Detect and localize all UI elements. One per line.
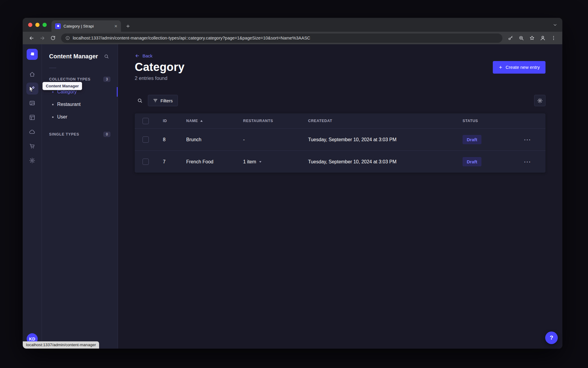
minimize-window-button[interactable] (35, 23, 40, 27)
bullet-icon (52, 104, 54, 105)
search-icon (137, 98, 143, 103)
browser-tab-strip: Category | Strapi × (23, 18, 562, 32)
row-checkbox[interactable] (143, 136, 149, 143)
cloud-icon (29, 129, 35, 135)
arrow-left-icon (135, 53, 140, 58)
row-actions-kebab-icon[interactable]: ⋯ (524, 136, 531, 143)
list-search-button[interactable] (135, 95, 145, 106)
content-manager-tooltip: Content Manager (43, 82, 82, 90)
back-label: Back (143, 53, 152, 58)
fullscreen-window-button[interactable] (43, 23, 47, 27)
search-icon (104, 54, 109, 59)
column-header-id[interactable]: ID (157, 119, 181, 123)
settings-gear-icon (29, 157, 35, 164)
nav-marketplace-button[interactable] (26, 140, 38, 152)
strapi-logo[interactable] (27, 49, 38, 60)
column-header-name[interactable]: NAME (181, 119, 238, 123)
filters-button[interactable]: Filters (148, 95, 178, 106)
row-checkbox[interactable] (143, 159, 149, 165)
tab-close-icon[interactable]: × (114, 24, 117, 29)
collection-types-count-badge: 3 (103, 77, 110, 82)
status-badge: Draft (463, 135, 481, 144)
link-target-status-bubble: localhost:1337/admin/content-manager (23, 341, 99, 349)
entries-count-text: 2 entries found (135, 75, 545, 81)
back-link[interactable]: Back (135, 53, 152, 58)
entries-table: ID NAME RESTAURANTS CREATEDAT STATUS (135, 113, 545, 173)
marketplace-cart-icon (29, 143, 35, 149)
media-library-icon (29, 100, 35, 106)
cell-name: French Food (181, 159, 238, 165)
sidebar-item-user[interactable]: User (42, 111, 118, 123)
sidebar-search-button[interactable] (102, 52, 110, 60)
nav-deploy-button[interactable] (26, 126, 38, 138)
column-header-createdat[interactable]: CREATEDAT (303, 119, 463, 123)
sidebar-item-restaurant[interactable]: Restaurant (42, 98, 118, 111)
nav-media-library-button[interactable] (26, 97, 38, 109)
view-settings-button[interactable] (534, 95, 545, 106)
create-new-entry-label: Create new entry (506, 65, 540, 70)
page-info-icon[interactable] (65, 36, 70, 40)
cell-restaurants[interactable]: 1 item (238, 159, 303, 165)
tab-search-chevron-icon[interactable] (553, 22, 557, 27)
browser-tab[interactable]: Category | Strapi × (51, 20, 121, 32)
nav-settings-button[interactable] (26, 154, 38, 166)
new-tab-button[interactable] (123, 21, 133, 31)
browser-profile-icon[interactable] (538, 33, 548, 43)
nav-content-type-builder-button[interactable] (26, 111, 38, 123)
browser-back-button[interactable] (26, 33, 37, 43)
column-header-restaurants[interactable]: RESTAURANTS (238, 119, 303, 123)
table-row[interactable]: 8 Brunch - Tuesday, September 10, 2024 a… (135, 128, 545, 150)
plus-icon (498, 65, 503, 69)
main-content: Back Category Create new entry 2 entries… (118, 44, 562, 349)
bullet-icon (52, 91, 54, 93)
password-key-icon[interactable] (505, 33, 516, 43)
row-actions-kebab-icon[interactable]: ⋯ (524, 158, 531, 165)
browser-window: Category | Strapi × localhost:1337/admin… (23, 18, 562, 349)
filter-icon (153, 98, 158, 103)
sidebar-title: Content Manager (49, 53, 98, 60)
browser-menu-kebab-icon[interactable] (548, 33, 559, 43)
page-title: Category (135, 61, 184, 74)
status-badge: Draft (463, 157, 481, 166)
single-types-label: SINGLE TYPES (49, 132, 79, 136)
nav-home-button[interactable] (26, 68, 38, 80)
home-icon (29, 71, 35, 77)
url-bar[interactable]: localhost:1337/admin/content-manager/col… (61, 34, 502, 43)
browser-toolbar: localhost:1337/admin/content-manager/col… (23, 32, 562, 44)
cell-name: Brunch (181, 137, 238, 142)
cell-restaurants: - (238, 137, 303, 142)
create-new-entry-button[interactable]: Create new entry (493, 61, 545, 74)
tab-title: Category | Strapi (63, 24, 112, 28)
sort-ascending-icon (200, 119, 203, 122)
table-header: ID NAME RESTAURANTS CREATEDAT STATUS (135, 113, 545, 128)
mouse-cursor (29, 86, 35, 93)
zoom-search-icon[interactable] (516, 33, 526, 43)
strapi-admin-app: KD Content Manager COLLECTION TYPES 3 Ca… (23, 44, 562, 349)
sidebar-item-label: User (57, 114, 67, 120)
sidebar-divider (49, 68, 56, 68)
collection-types-label: COLLECTION TYPES (49, 77, 91, 81)
content-type-builder-icon (29, 114, 35, 121)
cell-id: 7 (157, 159, 181, 165)
select-all-checkbox[interactable] (143, 118, 149, 124)
table-row[interactable]: 7 French Food 1 item Tuesday, September … (135, 150, 545, 173)
close-window-button[interactable] (28, 23, 32, 27)
table-body: 8 Brunch - Tuesday, September 10, 2024 a… (135, 128, 545, 173)
chevron-down-icon (259, 160, 262, 163)
cell-createdat: Tuesday, September 10, 2024 at 3:03 PM (303, 159, 463, 165)
cell-id: 8 (157, 137, 181, 142)
bullet-icon (52, 116, 54, 118)
bookmark-star-icon[interactable] (527, 33, 537, 43)
cell-createdat: Tuesday, September 10, 2024 at 3:03 PM (303, 137, 463, 142)
sidebar-item-label: Restaurant (57, 102, 81, 107)
single-types-count-badge: 0 (103, 132, 110, 137)
column-header-status[interactable]: STATUS (463, 119, 522, 123)
browser-forward-button[interactable] (37, 33, 47, 43)
filters-label: Filters (160, 98, 173, 103)
strapi-favicon (55, 23, 61, 29)
browser-reload-button[interactable] (48, 33, 58, 43)
window-controls (28, 23, 47, 27)
url-text: localhost:1337/admin/content-manager/col… (73, 36, 310, 40)
gear-icon (537, 98, 543, 104)
help-button[interactable]: ? (545, 331, 558, 344)
